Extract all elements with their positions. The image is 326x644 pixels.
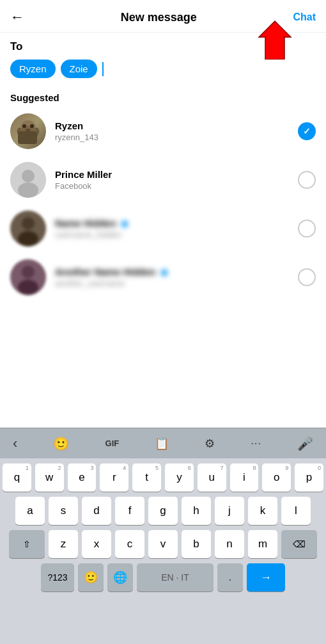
toolbar-more-button[interactable]: ··· [246, 434, 267, 453]
check-blurred2[interactable] [298, 268, 316, 286]
toolbar-clipboard-button[interactable]: 📋 [150, 433, 174, 455]
key-s[interactable]: s [49, 497, 78, 525]
contact-sub-prince: Facebook [55, 181, 298, 191]
delete-key[interactable]: ⌫ [281, 530, 317, 558]
contact-info-prince: Prince Miller Facebook [55, 169, 298, 191]
key-q[interactable]: 1q [3, 463, 31, 492]
contact-list: Ryzen ryzenn_143 ✓ Prince Miller Faceboo… [0, 107, 326, 302]
key-v[interactable]: v [148, 530, 178, 558]
keyboard-row-2: a s d f g h j k l [3, 497, 323, 525]
clipboard-icon: 📋 [155, 437, 169, 451]
back-chevron-icon: ‹ [13, 435, 17, 452]
check-blurred1[interactable] [298, 220, 316, 237]
contact-item-blurred1[interactable]: Name Hidden username_hidden [10, 204, 316, 253]
contact-name-blurred1: Name Hidden [55, 218, 298, 229]
keyboard-row-4: ?123 🙂 🌐 EN · IT . → [3, 563, 323, 592]
keyboard-row-3: ⇧ z x c v b n m ⌫ [3, 530, 323, 558]
contact-name-prince: Prince Miller [55, 169, 298, 180]
svg-point-15 [22, 266, 35, 278]
key-z[interactable]: z [49, 530, 78, 558]
return-key[interactable]: → [247, 563, 285, 592]
key-m[interactable]: m [248, 530, 277, 558]
shift-key[interactable]: ⇧ [9, 530, 45, 558]
toolbar-settings-button[interactable]: ⚙ [199, 433, 220, 455]
contact-info-blurred1: Name Hidden username_hidden [55, 218, 298, 239]
contact-sub-blurred1: username_hidden [55, 230, 298, 239]
suggested-label: Suggested [0, 83, 326, 107]
chip-zoie[interactable]: Zoie [61, 60, 97, 78]
key-c[interactable]: c [115, 530, 144, 558]
keyboard-row-1: 1q 2w 3e 4r 5t 6y 7u 8i 9o 0p [3, 463, 323, 492]
svg-point-7 [26, 129, 31, 131]
key-y[interactable]: 6y [165, 463, 194, 492]
check-ryzen[interactable]: ✓ [298, 122, 316, 140]
avatar-ryzen [10, 113, 46, 149]
svg-point-4 [19, 126, 37, 141]
key-k[interactable]: k [248, 497, 277, 525]
check-icon: ✓ [303, 126, 311, 136]
period-key[interactable]: . [217, 563, 243, 592]
svg-point-13 [18, 231, 38, 246]
contact-sub-ryzen: ryzenn_143 [55, 133, 298, 142]
space-key[interactable]: EN · IT [137, 563, 213, 592]
chat-button[interactable]: Chat [293, 12, 316, 23]
key-g[interactable]: g [148, 497, 178, 525]
return-icon: → [260, 571, 272, 584]
contact-item-prince[interactable]: Prince Miller Facebook [10, 156, 316, 204]
key-r[interactable]: 4r [100, 463, 128, 492]
key-o[interactable]: 9o [262, 463, 291, 492]
key-l[interactable]: l [281, 497, 311, 525]
key-n[interactable]: n [215, 530, 244, 558]
toolbar-gif-button[interactable]: GIF [100, 435, 125, 452]
more-icon: ··· [251, 438, 261, 449]
back-button[interactable]: ← [10, 9, 24, 26]
emoji-icon: 🙂 [53, 436, 69, 451]
gif-icon: GIF [105, 439, 120, 448]
svg-point-12 [22, 217, 35, 230]
settings-icon: ⚙ [205, 437, 215, 451]
svg-point-5 [22, 124, 26, 128]
avatar-blurred1 [10, 211, 46, 246]
key-e[interactable]: 3e [68, 463, 97, 492]
key-h[interactable]: h [182, 497, 211, 525]
to-chips: Ryzen Zoie [10, 60, 316, 78]
contact-sub-blurred2: another_username [55, 278, 298, 288]
contact-item-blurred2[interactable]: Another Name Hidden another_username [10, 253, 316, 302]
toolbar-emoji-button[interactable]: 🙂 [48, 432, 74, 455]
online-dot-2 [161, 270, 167, 276]
page-title: New message [121, 11, 197, 24]
svg-point-16 [18, 280, 38, 295]
key-u[interactable]: 7u [198, 463, 226, 492]
svg-point-6 [30, 124, 34, 128]
key-i[interactable]: 8i [230, 463, 259, 492]
mic-icon: 🎤 [297, 436, 313, 451]
text-cursor [102, 62, 104, 76]
chip-ryzen[interactable]: Ryzen [10, 60, 56, 78]
key-f[interactable]: f [115, 497, 144, 525]
key-b[interactable]: b [182, 530, 211, 558]
globe-key[interactable]: 🌐 [107, 563, 133, 592]
keyboard-toolbar: ‹ 🙂 GIF 📋 ⚙ ··· 🎤 [0, 428, 326, 458]
annotation-arrow [256, 18, 294, 62]
key-d[interactable]: d [82, 497, 111, 525]
key-x[interactable]: x [82, 530, 111, 558]
toolbar-mic-button[interactable]: 🎤 [292, 432, 318, 455]
contact-info-ryzen: Ryzen ryzenn_143 [55, 120, 298, 142]
svg-marker-0 [259, 21, 291, 60]
emoji-key[interactable]: 🙂 [78, 563, 104, 592]
svg-point-10 [18, 182, 38, 198]
contact-item-ryzen[interactable]: Ryzen ryzenn_143 ✓ [10, 107, 316, 156]
key-t[interactable]: 5t [132, 463, 161, 492]
check-prince[interactable] [298, 171, 316, 189]
key-j[interactable]: j [215, 497, 244, 525]
keyboard: 1q 2w 3e 4r 5t 6y 7u 8i 9o 0p a s d f g … [0, 458, 326, 644]
key-p[interactable]: 0p [295, 463, 323, 492]
toolbar-back-button[interactable]: ‹ [8, 431, 22, 456]
key-w[interactable]: 2w [35, 463, 64, 492]
contact-info-blurred2: Another Name Hidden another_username [55, 266, 298, 288]
avatar-blurred2 [10, 259, 46, 295]
numbers-key[interactable]: ?123 [41, 563, 74, 592]
contact-name-blurred2: Another Name Hidden [55, 266, 298, 277]
key-a[interactable]: a [15, 497, 45, 525]
svg-point-9 [22, 170, 35, 182]
